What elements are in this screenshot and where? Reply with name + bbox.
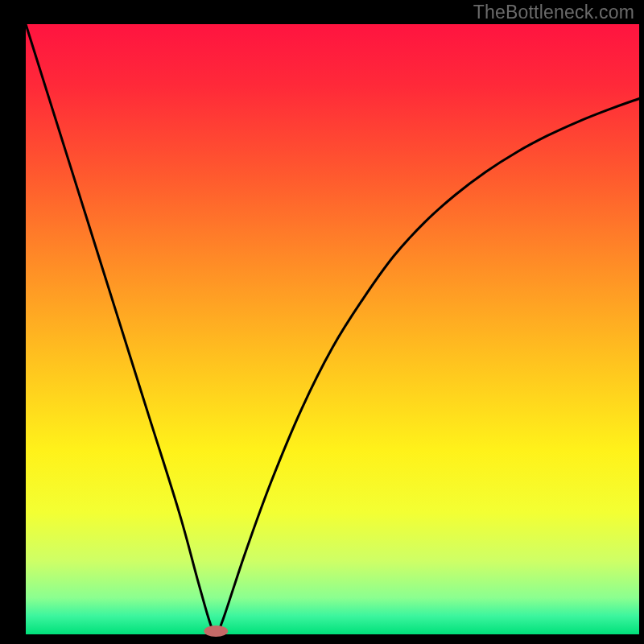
plot-background bbox=[26, 24, 639, 634]
optimal-point-marker bbox=[204, 625, 228, 637]
bottleneck-chart bbox=[0, 0, 644, 644]
watermark-text: TheBottleneck.com bbox=[473, 2, 634, 23]
chart-frame: TheBottleneck.com bbox=[0, 0, 644, 644]
